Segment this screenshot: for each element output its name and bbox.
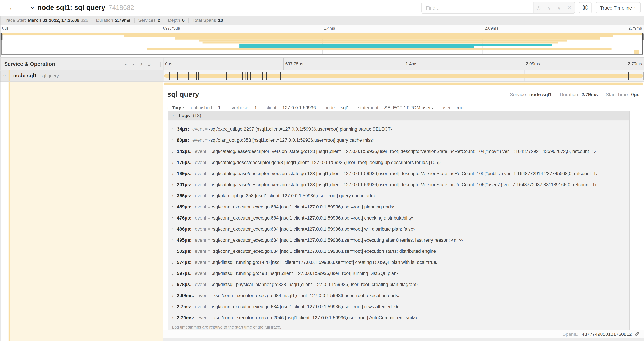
- log-field-key: event: [195, 271, 206, 276]
- log-row[interactable]: ›502μs:event = ‹sql/conn_executor_exec.g…: [168, 246, 629, 257]
- tag-item: statement=SELECT * FROM users: [358, 105, 433, 110]
- log-equals: =: [206, 171, 212, 176]
- log-timestamp: 34μs:: [177, 127, 189, 132]
- log-field-value: ‹sql/conn_executor_exec.go:684 [nsql1,cl…: [212, 238, 463, 242]
- trace-title-area[interactable]: › node sql1: sql query 7418682: [32, 0, 134, 16]
- expand-all-icon[interactable]: »: [148, 61, 151, 67]
- log-marker: [247, 72, 248, 80]
- log-row[interactable]: ›597μs:event = ‹sql/distsql_running.go:4…: [168, 268, 629, 279]
- span-detail-panel: sql query Service:node sql1Duration:2.79…: [163, 85, 644, 341]
- ruler-tick-label: 1.4ms: [404, 58, 430, 71]
- log-row[interactable]: ›366μs:event = ‹sql/plan_opt.go:358 [nsq…: [168, 190, 629, 201]
- minimap-span-bar: [202, 42, 558, 44]
- chevron-right-icon: ›: [172, 260, 174, 265]
- trace-main: Trace StartMarch 31 2022, 17:25:09.326Du…: [0, 16, 644, 341]
- keyboard-shortcuts-button[interactable]: ⌘: [578, 2, 592, 13]
- summary-value: 2: [158, 18, 160, 23]
- log-row[interactable]: ›142μs:event = ‹sql/catalog/lease/descri…: [168, 146, 629, 157]
- timeline-ruler: 0μs697.75μs1.4ms2.09ms2.79ms: [163, 58, 644, 71]
- minimap-span-bar: [240, 44, 552, 46]
- right-scrubber-handle[interactable]: [642, 33, 644, 40]
- tag-item: user=root: [442, 105, 465, 110]
- log-row[interactable]: ›486μs:event = ‹sql/conn_executor_exec.g…: [168, 224, 629, 235]
- log-field-value: ‹sql/conn_executor_exec.go:684 [nsql1,cl…: [214, 293, 400, 298]
- tag-separator: [437, 105, 438, 110]
- span-row[interactable]: › node sql1sql query: [0, 70, 644, 82]
- log-row[interactable]: ›80μs:event = ‹sql/plan_opt.go:358 [nsql…: [168, 135, 629, 146]
- find-input[interactable]: [422, 2, 533, 13]
- log-row[interactable]: ›2.69ms:event = ‹sql/conn_executor_exec.…: [168, 290, 629, 301]
- tag-value: root: [457, 105, 465, 110]
- meta-label: Service:: [510, 92, 527, 97]
- span-collapse-icon[interactable]: ›: [2, 75, 7, 76]
- minimap-canvas[interactable]: [1, 33, 643, 55]
- collapse-trace-icon[interactable]: ›: [30, 7, 36, 9]
- prev-match-icon[interactable]: ∧: [544, 5, 554, 11]
- tag-equals: =: [278, 105, 281, 110]
- log-row[interactable]: ›201μs:event = ‹sql/catalog/lease/descri…: [168, 179, 629, 190]
- scroll-to-match-icon[interactable]: ◎: [534, 5, 544, 11]
- log-timestamp: 2.69ms:: [177, 293, 194, 298]
- tag-equals: =: [250, 105, 253, 110]
- chevron-right-icon: ›: [172, 171, 174, 176]
- chevron-right-icon: ›: [172, 138, 174, 143]
- chevron-right-icon: ›: [172, 282, 174, 287]
- collapse-one-icon[interactable]: ›: [123, 63, 129, 65]
- view-selector-button[interactable]: Trace Timeline ›: [595, 2, 641, 13]
- log-equals: =: [206, 182, 212, 187]
- collapse-all-icon[interactable]: »: [138, 63, 144, 66]
- log-row[interactable]: ›2.79ms:event = ‹sql/conn_executor_exec.…: [168, 312, 629, 323]
- tag-separator: [225, 105, 225, 110]
- span-bar-cell[interactable]: [163, 70, 644, 82]
- log-row[interactable]: ›459μs:event = ‹sql/conn_executor_exec.g…: [168, 201, 629, 213]
- log-timestamp: 2.79ms:: [177, 315, 194, 320]
- clear-search-icon[interactable]: ✕: [564, 5, 574, 11]
- log-row[interactable]: ›476μs:event = ‹sql/conn_executor_exec.g…: [168, 213, 629, 224]
- chevron-right-icon: ›: [172, 127, 174, 132]
- tag-value: SELECT * FROM users: [384, 105, 433, 110]
- log-equals: =: [206, 260, 212, 265]
- log-field-value: ‹sql/catalog/descs/descriptor.go:98 [nsq…: [212, 160, 441, 165]
- log-row[interactable]: ›176μs:event = ‹sql/catalog/descs/descri…: [168, 157, 629, 168]
- log-timestamp: 476μs:: [177, 215, 192, 220]
- detail-left-column: [0, 82, 163, 341]
- meta-separator: [602, 92, 602, 97]
- summary-value-suffix: .326: [80, 18, 88, 23]
- log-row[interactable]: ›189μs:event = ‹sql/catalog/lease/descri…: [168, 168, 629, 179]
- chevron-right-icon: ›: [172, 293, 174, 298]
- log-field-key: event: [192, 127, 204, 132]
- log-marker: [169, 72, 170, 80]
- log-row[interactable]: ›678μs:event = ‹sql/distsql_physical_pla…: [168, 279, 629, 290]
- minimap-span-bar: [240, 46, 474, 48]
- detail-left-fill: [10, 82, 163, 341]
- tags-accordion[interactable]: › Tags: _unfinished=1_verbose=1client=12…: [167, 104, 640, 111]
- log-row[interactable]: ›34μs:event = ‹sql/exec_util.go:2297 [ns…: [168, 124, 629, 135]
- log-equals: =: [204, 127, 209, 132]
- span-name-cell[interactable]: › node sql1sql query: [0, 70, 163, 82]
- log-field-value: ‹sql/plan_opt.go:358 [nsql1,client=127.0…: [209, 138, 374, 143]
- tag-value: 127.0.0.1:59936: [282, 105, 316, 110]
- log-row[interactable]: ›574μs:event = ‹sql/distsql_running.go:1…: [168, 257, 629, 268]
- column-resize-grip[interactable]: [158, 62, 161, 67]
- span-duration-bar[interactable]: [164, 74, 643, 78]
- log-field-value: ‹sql/conn_executor_exec.go:684 [nsql1,cl…: [212, 215, 414, 220]
- next-match-icon[interactable]: ∨: [554, 5, 564, 11]
- expand-one-icon[interactable]: ›: [132, 61, 134, 67]
- meta-label: Start Time:: [606, 92, 629, 97]
- chevron-right-icon: ›: [172, 193, 174, 198]
- log-row[interactable]: ›495μs:event = ‹sql/conn_executor_exec.g…: [168, 235, 629, 246]
- back-button[interactable]: ←: [0, 0, 25, 16]
- tag-key: _unfinished: [188, 105, 212, 110]
- log-equals: =: [206, 304, 212, 309]
- log-row[interactable]: ›2.7ms:event = ‹sql/conn_executor_exec.g…: [168, 301, 629, 312]
- log-field-value: ‹sql/conn_executor_exec.go:684 [nsql1,cl…: [212, 304, 398, 309]
- minimap-axis-tick: 2.79ms: [628, 26, 642, 30]
- left-scrubber-handle[interactable]: [1, 33, 2, 40]
- link-icon[interactable]: [634, 331, 640, 337]
- logs-header[interactable]: › Logs (18): [168, 111, 629, 121]
- minimap-axis-tick: 697.75μs: [163, 26, 180, 30]
- log-field-value: ‹sql/distsql_running.go:1420 [nsql1,clie…: [212, 260, 438, 265]
- log-timestamp: 678μs:: [177, 282, 192, 287]
- log-field-key: event: [195, 182, 206, 187]
- chevron-down-icon: ›: [634, 7, 638, 8]
